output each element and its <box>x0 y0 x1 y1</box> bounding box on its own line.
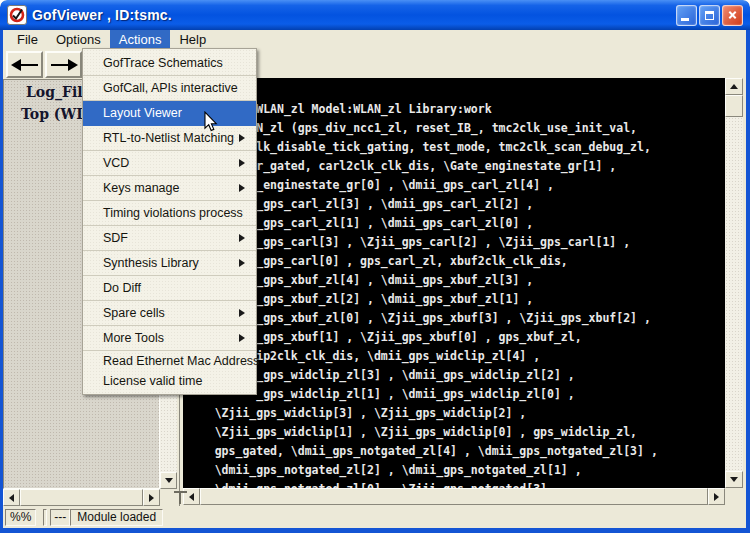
statusbar: %% --- Module loaded <box>3 507 746 528</box>
submenu-arrow-icon <box>239 184 249 192</box>
menu-item-label: RTL-to-Netlist Matching <box>103 131 234 145</box>
menu-item-layout-viewer[interactable]: Layout Viewer <box>83 101 256 126</box>
sash-handle-stem <box>179 493 181 504</box>
minimize-button[interactable] <box>676 5 697 26</box>
gofviewer-window: GofViewer , ID:tsmc. File Options Action… <box>0 0 750 533</box>
scroll-down-button[interactable] <box>160 472 177 489</box>
scroll-left-icon <box>185 493 194 501</box>
scroll-right-icon <box>149 494 158 502</box>
minimize-icon <box>681 18 689 21</box>
menu-item-label: Layout Viewer <box>103 106 182 120</box>
scroll-left-icon <box>5 494 14 502</box>
back-button[interactable] <box>6 51 43 78</box>
window-border-bottom <box>0 528 750 533</box>
menubar: File Options Actions Help <box>3 30 746 49</box>
menu-item-rtl-to-netlist-matching[interactable]: RTL-to-Netlist Matching <box>83 126 256 151</box>
scroll-down-icon <box>730 477 738 486</box>
code-vscrollbar[interactable] <box>725 78 743 488</box>
menu-item-label: SDF <box>103 231 128 245</box>
menu-options[interactable]: Options <box>47 30 110 49</box>
window-title: GofViewer , ID:tsmc. <box>32 7 172 23</box>
forward-button[interactable] <box>45 51 82 78</box>
menu-item-label: More Tools <box>103 331 164 345</box>
menu-item-label: Read Ethernet Mac Address <box>103 354 259 368</box>
menu-item-label: Keys manage <box>103 181 179 195</box>
menu-item-label: GofTrace Schematics <box>103 56 223 70</box>
scroll-down-icon <box>165 478 173 487</box>
hscroll-thumb[interactable] <box>20 489 143 506</box>
menu-item-label: Timing violations process <box>103 206 243 220</box>
scroll-left-button[interactable] <box>3 489 20 506</box>
menu-item-label: GofCall, APIs interactive <box>103 81 238 95</box>
menu-item-read-ethernet-mac-address[interactable]: Read Ethernet Mac Address <box>83 351 256 371</box>
menu-item-synthesis-library[interactable]: Synthesis Library <box>83 251 256 276</box>
menu-item-label: Do Diff <box>103 281 141 295</box>
dash-cell: --- <box>50 509 70 526</box>
submenu-arrow-icon <box>239 134 249 142</box>
maximize-icon <box>705 11 714 20</box>
scroll-right-icon <box>714 493 723 501</box>
mouse-cursor-icon <box>203 111 218 132</box>
tree-item-log-file[interactable]: Log_Fil <box>26 84 83 100</box>
left-panel-hscrollbar[interactable] <box>3 489 160 506</box>
scale-cell: %% <box>5 509 36 526</box>
menu-item-label: License valid time <box>103 374 202 388</box>
menu-item-keys-manage[interactable]: Keys manage <box>83 176 256 201</box>
maximize-button[interactable] <box>699 5 720 26</box>
statusbar-separator <box>43 509 47 526</box>
status-message: Module loaded <box>70 509 163 526</box>
menu-file[interactable]: File <box>8 30 47 49</box>
menu-item-timing-violations-process[interactable]: Timing violations process <box>83 201 256 226</box>
scroll-down-button[interactable] <box>725 471 743 488</box>
close-button[interactable] <box>722 5 743 26</box>
vscroll-thumb[interactable] <box>725 95 743 117</box>
menu-item-sdf[interactable]: SDF <box>83 226 256 251</box>
submenu-arrow-icon <box>239 259 249 267</box>
menu-item-label: Spare cells <box>103 306 165 320</box>
menu-item-spare-cells[interactable]: Spare cells <box>83 301 256 326</box>
actions-dropdown-menu: GofTrace Schematics GofCall, APIs intera… <box>82 48 257 395</box>
submenu-arrow-icon <box>239 309 249 317</box>
menu-item-label: Synthesis Library <box>103 256 199 270</box>
app-logo-icon[interactable] <box>7 5 27 25</box>
code-text[interactable]: WLAN_zl Model:WLAN_zl Library:work N_zl … <box>183 78 725 488</box>
right-arrow-icon <box>49 58 79 72</box>
scroll-right-button[interactable] <box>708 488 725 505</box>
menu-item-gofcall-apis-interactive[interactable]: GofCall, APIs interactive <box>83 76 256 101</box>
scroll-up-button[interactable] <box>725 78 743 95</box>
menu-help[interactable]: Help <box>170 30 215 49</box>
menu-actions[interactable]: Actions <box>110 30 171 49</box>
menu-item-vcd[interactable]: VCD <box>83 151 256 176</box>
menu-item-goftrace-schematics[interactable]: GofTrace Schematics <box>83 51 256 76</box>
menu-item-label: VCD <box>103 156 129 170</box>
menu-item-more-tools[interactable]: More Tools <box>83 326 256 351</box>
window-controls <box>676 5 743 26</box>
submenu-arrow-icon <box>239 234 249 242</box>
menu-item-do-diff[interactable]: Do Diff <box>83 276 256 301</box>
left-arrow-icon <box>10 58 40 72</box>
window-border-left <box>0 30 3 533</box>
close-icon <box>727 10 738 21</box>
submenu-arrow-icon <box>239 334 249 342</box>
scroll-up-icon <box>730 80 738 89</box>
menu-item-license-valid-time[interactable]: License valid time <box>83 371 256 391</box>
code-hscrollbar[interactable] <box>183 488 725 505</box>
titlebar: GofViewer , ID:tsmc. <box>0 0 750 30</box>
scroll-right-button[interactable] <box>143 489 160 506</box>
window-border-right <box>746 30 750 533</box>
hscroll-thumb[interactable] <box>200 488 708 505</box>
submenu-arrow-icon <box>239 159 249 167</box>
